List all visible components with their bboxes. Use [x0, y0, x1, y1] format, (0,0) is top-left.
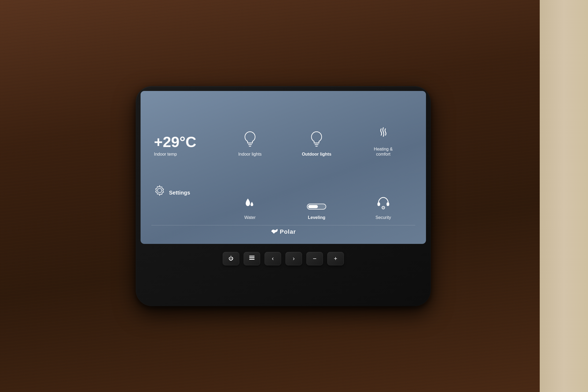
settings-tile[interactable]: Settings: [151, 162, 215, 223]
plus-button[interactable]: +: [327, 252, 344, 265]
bulb-icon: [243, 131, 257, 149]
power-button[interactable]: ⏻: [223, 252, 239, 265]
indoor-temp-tile[interactable]: +29°C Indoor temp: [151, 99, 215, 160]
left-arrow-icon: ‹: [272, 255, 274, 262]
svg-rect-4: [387, 202, 389, 206]
device-frame: +29°C Indoor temp Indoor lights: [136, 86, 431, 306]
leveling-tile[interactable]: Leveling: [285, 162, 349, 223]
screen-footer: Polar: [151, 225, 415, 239]
menu-icon: [249, 255, 255, 262]
indoor-lights-tile[interactable]: Indoor lights: [218, 99, 282, 160]
right-arrow-icon: ›: [293, 255, 295, 262]
brand-name: Polar: [280, 228, 296, 235]
security-label: Security: [376, 215, 391, 220]
level-icon: [307, 199, 326, 213]
outdoor-lights-label: Outdoor lights: [302, 152, 331, 157]
water-label: Water: [244, 215, 256, 220]
svg-point-0: [249, 146, 250, 147]
right-button[interactable]: ›: [285, 252, 302, 265]
svg-rect-8: [249, 257, 255, 258]
screen-grid: +29°C Indoor temp Indoor lights: [151, 99, 415, 223]
security-tile[interactable]: Security: [351, 162, 416, 223]
gear-icon: [154, 185, 165, 198]
heat-icon: [376, 126, 390, 144]
wall-strip: [540, 0, 588, 392]
svg-rect-3: [377, 202, 380, 206]
temperature-value: +29°C: [154, 134, 196, 149]
svg-rect-9: [249, 259, 255, 260]
settings-label: Settings: [169, 189, 190, 196]
left-button[interactable]: ‹: [264, 252, 281, 265]
svg-rect-7: [249, 256, 255, 257]
security-icon: [376, 196, 390, 213]
menu-button[interactable]: [244, 252, 260, 265]
minus-icon: −: [313, 255, 317, 262]
indoor-lights-label: Indoor lights: [238, 152, 262, 157]
svg-rect-2: [308, 205, 318, 208]
screen: +29°C Indoor temp Indoor lights: [141, 91, 426, 244]
bulb-outline-icon: [310, 131, 324, 149]
water-tile[interactable]: Water: [218, 162, 282, 223]
plus-icon: +: [334, 255, 337, 262]
hardware-buttons-row: ⏻ ‹ › − +: [220, 249, 347, 268]
minus-button[interactable]: −: [306, 252, 323, 265]
indoor-temp-label: Indoor temp: [154, 152, 177, 157]
brand-logo: Polar: [271, 228, 296, 236]
outdoor-lights-tile[interactable]: Outdoor lights: [285, 99, 349, 160]
leveling-label: Leveling: [308, 215, 325, 220]
water-drops-icon: [242, 196, 257, 213]
heating-comfort-label: Heating &comfort: [374, 146, 393, 157]
heating-comfort-tile[interactable]: Heating &comfort: [351, 99, 416, 160]
svg-point-6: [383, 207, 384, 208]
power-icon: ⏻: [229, 256, 233, 261]
brand-logo-icon: [271, 228, 278, 236]
